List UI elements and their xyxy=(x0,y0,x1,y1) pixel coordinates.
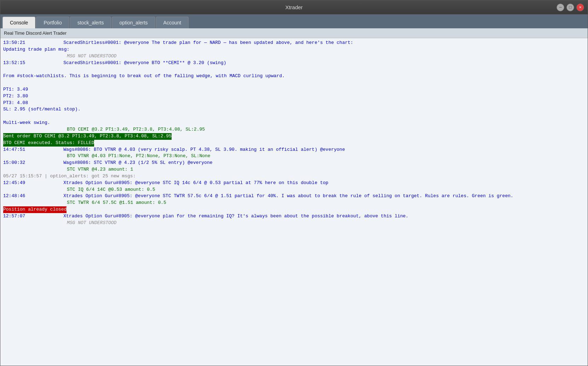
log-bto-vtnr: BTO VTNR @4.03 PT1:None, PT2:None, PT3:N… xyxy=(67,153,585,160)
log-bto-order: BTO CEMI @3.2 PT1:3.49, PT2:3.8, PT3:4.0… xyxy=(67,126,585,133)
subtitle-text: Real Time Discord Alert Trader xyxy=(4,30,67,36)
title-bar: Xtrader ─ □ ✕ xyxy=(0,0,588,15)
log-line-2: 13:52:15 ScaredShirtless#0001: @everyone… xyxy=(3,60,585,67)
close-button[interactable]: ✕ xyxy=(576,4,584,11)
log-pt2: PT2: 3.80 xyxy=(3,93,585,100)
log-line-1: 13:50:21 ScaredShirtless#0001: @everyone… xyxy=(3,40,585,46)
maximize-button[interactable]: □ xyxy=(566,4,574,11)
tab-stock-alerts[interactable]: stock_alerts xyxy=(70,17,111,28)
minimize-button[interactable]: ─ xyxy=(557,4,564,11)
tab-console[interactable]: Console xyxy=(2,17,35,28)
log-pt3: PT3: 4.08 xyxy=(3,100,585,107)
log-line-5: 15:00:32 Wags#8086: STC VTNR @ 4.23 (1/2… xyxy=(3,160,585,166)
log-pt1: PT1: 3.49 xyxy=(3,86,585,93)
tab-account[interactable]: Account xyxy=(156,17,189,28)
log-msg-not-understood-1: MSG NOT UNDERSTOOD xyxy=(67,53,585,60)
log-line-8: 12:57:07 Xtrades Option Guru#8905: @ever… xyxy=(3,213,585,220)
console-scroll[interactable]: 13:50:21 ScaredShirtless#0001: @everyone… xyxy=(0,38,588,366)
log-line-4: 14:47:51 Wags#8086: BTO VTNR @ 4.03 (ver… xyxy=(3,147,585,153)
content-area: Real Time Discord Alert Trader 13:50:21 … xyxy=(0,28,588,366)
log-msg-not-understood-2: MSG NOT UNDERSTOOD xyxy=(67,220,585,227)
window-controls: ─ □ ✕ xyxy=(557,4,584,11)
tab-portfolio[interactable]: Portfolio xyxy=(36,17,69,28)
log-line-updating: Updating trade plan msg: xyxy=(3,46,585,53)
log-line-3: From #stock-watchlists. This is beginnin… xyxy=(3,73,585,80)
log-stc-vtnr: STC VTNR @4.23 amount: 1 xyxy=(67,166,585,173)
log-stc-twtr: STC TWTR 6/4 57.5C @1.51 amount: 0.5 xyxy=(67,200,585,206)
window-title: Xtrader xyxy=(285,4,302,10)
tab-bar: Console Portfolio stock_alerts option_al… xyxy=(0,15,588,28)
log-multiweek: Multi-week swing. xyxy=(3,120,585,126)
main-window: Xtrader ─ □ ✕ Console Portfolio stock_al… xyxy=(0,0,588,366)
log-position-closed: Position already closed xyxy=(3,206,585,213)
log-date-separator: 05/27 15:15:57 | option_alerts: got 25 n… xyxy=(3,173,585,180)
log-sent-order: Sent order BTO CEMI @3.2 PT1:3.49, PT2:3… xyxy=(3,133,585,140)
log-sl: SL: 2.95 (soft/mental stop). xyxy=(3,106,585,113)
log-bto-executed: BTO CEMI executed. Status: FILLED xyxy=(3,140,585,147)
console-area: 13:50:21 ScaredShirtless#0001: @everyone… xyxy=(0,38,588,366)
log-line-7: 12:48:46 Xtrades Option Guru#8905: @ever… xyxy=(3,193,585,200)
log-line-6: 12:45:49 Xtrades Option Guru#8905: @ever… xyxy=(3,180,585,187)
log-stc-iq: STC IQ 6/4 14C @0.53 amount: 0.5 xyxy=(67,187,585,193)
subtitle-bar: Real Time Discord Alert Trader xyxy=(0,28,588,38)
tab-option-alerts[interactable]: option_alerts xyxy=(112,17,155,28)
